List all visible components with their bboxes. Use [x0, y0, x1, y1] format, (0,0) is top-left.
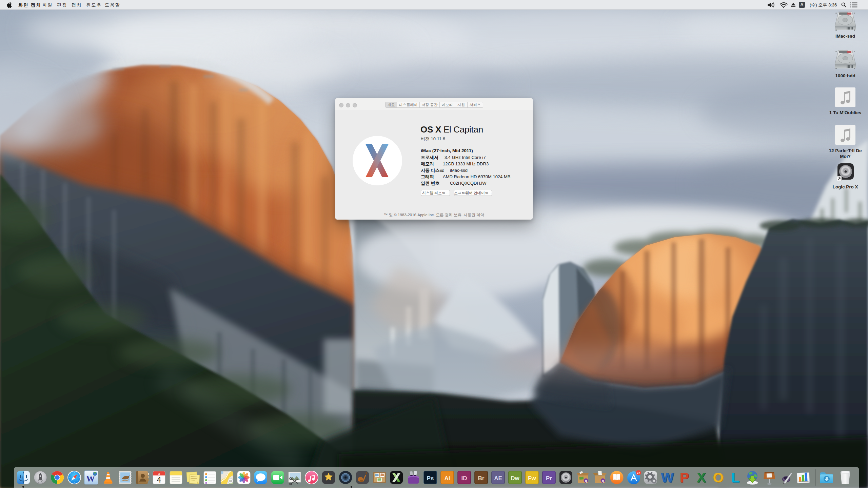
svg-text:Dw: Dw [511, 475, 519, 482]
svg-text:Br: Br [478, 475, 485, 482]
svg-text:W: W [661, 470, 674, 485]
svg-text:Ai: Ai [445, 475, 450, 482]
svg-text:q: q [585, 479, 587, 483]
svg-text:4: 4 [157, 475, 161, 484]
svg-text:27: 27 [637, 471, 640, 474]
svg-text:Fw: Fw [528, 475, 536, 482]
svg-text:3: 3 [158, 472, 160, 475]
svg-text:ID: ID [461, 475, 467, 482]
svg-text:3D: 3D [229, 480, 232, 482]
svg-text:O: O [713, 470, 723, 485]
svg-text:Ps: Ps [427, 475, 434, 482]
svg-text:P: P [680, 470, 689, 485]
svg-text:Pr: Pr [546, 475, 552, 482]
svg-text:q: q [602, 479, 604, 483]
svg-text:X: X [697, 470, 706, 485]
svg-text:L: L [731, 470, 739, 485]
svg-text:AE: AE [494, 475, 502, 482]
